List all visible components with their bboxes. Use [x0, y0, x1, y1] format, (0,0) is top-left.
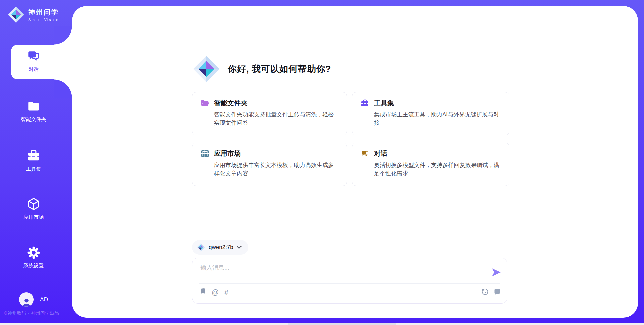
sidebar-item-settings[interactable]: 系统设置 [0, 246, 67, 269]
horizontal-scrollbar[interactable] [0, 323, 644, 325]
sidebar-item-label: 智能文件夹 [21, 116, 46, 123]
copyright-footer: ©神州数码 · 神州问学出品 [4, 310, 59, 316]
message-composer: @ # [192, 258, 507, 304]
active-nav-curve-top [54, 26, 72, 45]
app-root: 你好, 我可以如何帮助你? 智能文件夹 智能文件夹功能支持批量文件上传与清洗，轻… [0, 0, 644, 325]
user-name: AD [40, 296, 48, 303]
brand-subtitle: Smart Vision [28, 18, 59, 22]
composer-divider [199, 283, 500, 284]
folder-icon [26, 99, 41, 113]
sidebar-item-chat[interactable]: 对话 [0, 49, 67, 73]
feature-cards: 智能文件夹 智能文件夹功能支持批量文件上传与清洗，轻松实现文件问答 工具集 集成… [192, 92, 510, 186]
hero: 你好, 我可以如何帮助你? [192, 55, 331, 83]
main-panel: 你好, 我可以如何帮助你? 智能文件夹 智能文件夹功能支持批量文件上传与清洗，轻… [72, 6, 638, 318]
greeting-title: 你好, 我可以如何帮助你? [228, 63, 331, 75]
history-icon [481, 288, 489, 296]
at-icon: @ [212, 288, 219, 296]
toolbox-icon [26, 149, 41, 163]
card-smart-folder[interactable]: 智能文件夹 智能文件夹功能支持批量文件上传与清洗，轻松实现文件问答 [192, 92, 347, 135]
hash-icon: # [224, 288, 228, 296]
mention-button[interactable]: @ [212, 288, 219, 296]
card-title: 应用市场 [214, 149, 241, 158]
app-logo-icon [192, 55, 220, 83]
model-name: qwen2:7b [209, 244, 233, 251]
sidebar-item-label: 系统设置 [23, 263, 44, 269]
card-title: 工具集 [374, 99, 394, 108]
brand: 神州问学 Smart Vision [7, 6, 59, 23]
card-desc: 集成市场上主流工具，助力AI与外界无缝扩展与对接 [374, 111, 501, 127]
model-logo-icon [196, 243, 205, 252]
user-profile[interactable]: AD [19, 292, 48, 307]
sidebar-item-label: 对话 [29, 66, 39, 73]
toolbox-icon [360, 99, 369, 108]
attach-file-button[interactable] [200, 288, 206, 296]
cube-icon [26, 197, 41, 211]
card-app-market[interactable]: 应用市场 应用市场提供丰富长文本模板，助力高效生成多样化文章内容 [192, 143, 347, 186]
user-icon [21, 297, 32, 307]
card-desc: 灵活切换多模型文件，支持多样回复效果调试，满足个性化需求 [374, 161, 501, 178]
history-button[interactable] [481, 288, 489, 297]
conversation-button[interactable] [494, 288, 501, 297]
chat-bubble-icon [494, 288, 501, 296]
send-button[interactable] [491, 267, 502, 278]
message-input[interactable] [200, 264, 472, 281]
card-title: 对话 [374, 149, 387, 158]
active-nav-curve-bottom [54, 79, 72, 98]
sidebar-item-toolset[interactable]: 工具集 [0, 149, 67, 172]
card-chat[interactable]: 对话 灵活切换多模型文件，支持多样回复效果调试，满足个性化需求 [352, 143, 509, 186]
topic-button[interactable]: # [224, 288, 228, 296]
folder-open-icon [200, 99, 209, 108]
sidebar-item-app-market[interactable]: 应用市场 [0, 197, 67, 220]
send-icon [491, 267, 502, 278]
sidebar-item-smart-folder[interactable]: 智能文件夹 [0, 99, 67, 123]
sidebar-item-label: 应用市场 [23, 214, 44, 220]
chat-bubbles-icon [360, 149, 369, 158]
card-desc: 智能文件夹功能支持批量文件上传与清洗，轻松实现文件问答 [214, 111, 339, 127]
card-desc: 应用市场提供丰富长文本模板，助力高效生成多样化文章内容 [214, 161, 339, 178]
brand-title: 神州问学 [28, 8, 59, 17]
chat-icon [26, 49, 41, 63]
brand-logo-icon [7, 6, 25, 23]
sidebar-item-label: 工具集 [26, 166, 41, 172]
gear-icon [26, 246, 41, 260]
chevron-down-icon [237, 246, 241, 249]
paperclip-icon [200, 288, 206, 295]
model-selector[interactable]: qwen2:7b [192, 240, 248, 255]
card-toolset[interactable]: 工具集 集成市场上主流工具，助力AI与外界无缝扩展与对接 [352, 92, 509, 135]
apps-grid-icon [200, 149, 209, 158]
avatar [19, 292, 34, 307]
scrollbar-thumb[interactable] [288, 323, 396, 325]
card-title: 智能文件夹 [214, 99, 248, 108]
